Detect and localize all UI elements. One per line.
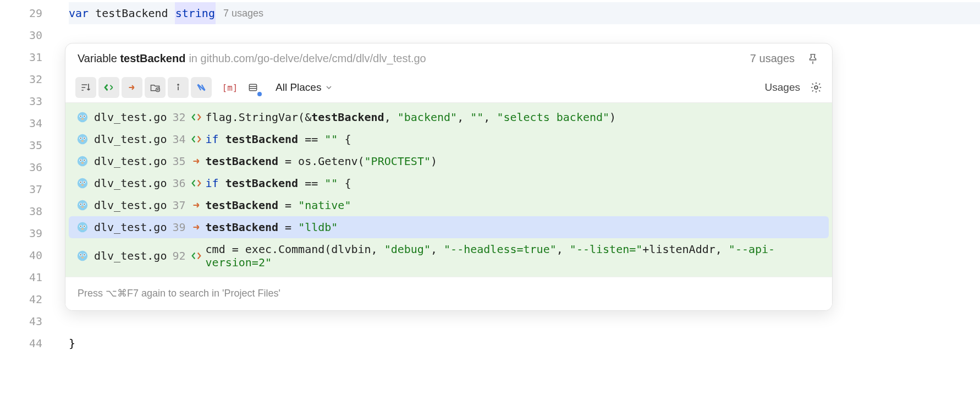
svg-point-22: [84, 160, 85, 161]
inlay-hint[interactable]: 7 usages: [223, 2, 263, 24]
find-usages-popup: Variable testBackend in github.com/go-de…: [65, 43, 833, 311]
line-number: 33: [0, 90, 42, 112]
code-line[interactable]: var testBackend string 7 usages: [69, 2, 980, 24]
usage-code: if testBackend == "" {: [206, 133, 351, 146]
svg-point-42: [78, 251, 87, 261]
chevron-down-icon: [326, 84, 332, 91]
usage-line: 37: [172, 199, 185, 212]
usage-row[interactable]: dlv_test.go37testBackend = "native": [69, 194, 829, 216]
line-number: 37: [0, 178, 42, 200]
usage-file: dlv_test.go: [94, 221, 167, 234]
svg-point-35: [81, 206, 84, 208]
popup-title: Variable testBackend: [78, 52, 185, 65]
new-folder-button[interactable]: [145, 77, 166, 98]
pin-icon[interactable]: [807, 53, 819, 65]
svg-point-18: [78, 156, 87, 166]
svg-point-27: [80, 182, 81, 183]
write-access-button[interactable]: [122, 77, 142, 98]
svg-point-33: [80, 204, 81, 205]
svg-line-2: [198, 85, 205, 91]
svg-point-46: [84, 254, 85, 255]
usage-code: testBackend = "native": [206, 199, 351, 212]
svg-point-36: [78, 222, 87, 232]
footer-hint: Press ⌥⌘F7 again to search in 'Project F…: [78, 288, 280, 299]
group-by-button[interactable]: [243, 77, 263, 98]
line-number: 44: [0, 332, 42, 354]
usage-code: testBackend = os.Getenv("PROCTEST"): [206, 155, 437, 168]
usage-file: dlv_test.go: [94, 199, 167, 212]
svg-point-15: [80, 138, 81, 139]
popup-header: Variable testBackend in github.com/go-de…: [65, 43, 832, 73]
line-number: 34: [0, 112, 42, 134]
scope-label: All Places: [276, 81, 321, 94]
usage-row[interactable]: dlv_test.go35testBackend = os.Getenv("PR…: [69, 150, 829, 172]
popup-toolbar: [m] All Places Usages: [65, 73, 832, 103]
svg-point-21: [80, 160, 81, 161]
svg-rect-4: [249, 84, 256, 91]
svg-point-9: [80, 116, 81, 117]
usage-file: dlv_test.go: [94, 177, 167, 190]
usage-row[interactable]: dlv_test.go39testBackend = "lldb": [69, 216, 829, 238]
svg-point-45: [80, 254, 81, 255]
usage-row[interactable]: dlv_test.go34if testBackend == "" {: [69, 128, 829, 150]
svg-point-11: [81, 118, 84, 120]
usage-line: 34: [172, 133, 185, 146]
svg-point-1: [178, 84, 179, 85]
usage-row[interactable]: dlv_test.go92cmd = exec.Command(dlvbin, …: [69, 238, 829, 273]
svg-point-16: [84, 138, 85, 139]
gear-icon[interactable]: [810, 81, 822, 94]
line-number: 40: [0, 244, 42, 266]
svg-point-47: [81, 257, 84, 259]
usage-file: dlv_test.go: [94, 111, 167, 124]
identifier: testBackend: [95, 2, 168, 24]
usage-row[interactable]: dlv_test.go32flag.StringVar(&testBackend…: [69, 106, 829, 128]
scope-dropdown[interactable]: All Places: [276, 81, 332, 94]
gutter: 29 30 31 32 33 34 35 36 37 38 39 40 41 4…: [0, 0, 58, 395]
info-button[interactable]: [168, 77, 189, 98]
svg-point-28: [84, 182, 85, 183]
usage-code: testBackend = "lldb": [206, 221, 338, 234]
svg-point-6: [78, 112, 87, 122]
svg-point-39: [80, 226, 81, 227]
popup-path: in github.com/go-delve/delve/cmd/dlv/dlv…: [189, 52, 426, 65]
type: string: [175, 2, 216, 24]
line-number: 39: [0, 222, 42, 244]
preview-button[interactable]: [191, 77, 212, 98]
sort-button[interactable]: [75, 77, 96, 98]
usage-results: dlv_test.go32flag.StringVar(&testBackend…: [65, 103, 832, 277]
svg-point-10: [84, 116, 85, 117]
usage-line: 39: [172, 221, 185, 234]
usage-file: dlv_test.go: [94, 155, 167, 168]
svg-point-29: [81, 184, 84, 186]
code-line[interactable]: [69, 310, 980, 332]
read-access-button[interactable]: [98, 77, 119, 98]
line-number: 43: [0, 310, 42, 332]
line-number: 29: [0, 2, 42, 24]
keyword: var: [69, 2, 89, 24]
popup-footer: Press ⌥⌘F7 again to search in 'Project F…: [65, 277, 832, 310]
usage-line: 36: [172, 177, 185, 190]
usage-line: 32: [172, 111, 185, 124]
svg-point-23: [81, 162, 84, 164]
svg-point-40: [84, 226, 85, 227]
line-number: 31: [0, 46, 42, 68]
line-number: 36: [0, 156, 42, 178]
usage-count: 7 usages: [750, 52, 795, 65]
usage-line: 35: [172, 155, 185, 168]
line-number: 41: [0, 266, 42, 288]
usages-tab[interactable]: Usages: [765, 81, 800, 94]
line-number: 42: [0, 288, 42, 310]
svg-point-30: [78, 200, 87, 210]
svg-point-41: [81, 228, 84, 230]
svg-point-12: [78, 134, 87, 144]
line-number: 32: [0, 68, 42, 90]
svg-point-17: [81, 140, 84, 142]
usage-file: dlv_test.go: [94, 249, 167, 262]
usage-code: cmd = exec.Command(dlvbin, "debug", "--h…: [206, 243, 821, 269]
method-hierarchy-button[interactable]: [m]: [219, 77, 240, 98]
svg-point-34: [84, 204, 85, 205]
usage-line: 92: [172, 249, 185, 262]
code-line[interactable]: }: [69, 332, 980, 354]
usage-row[interactable]: dlv_test.go36if testBackend == "" {: [69, 172, 829, 194]
brace: }: [69, 332, 75, 354]
